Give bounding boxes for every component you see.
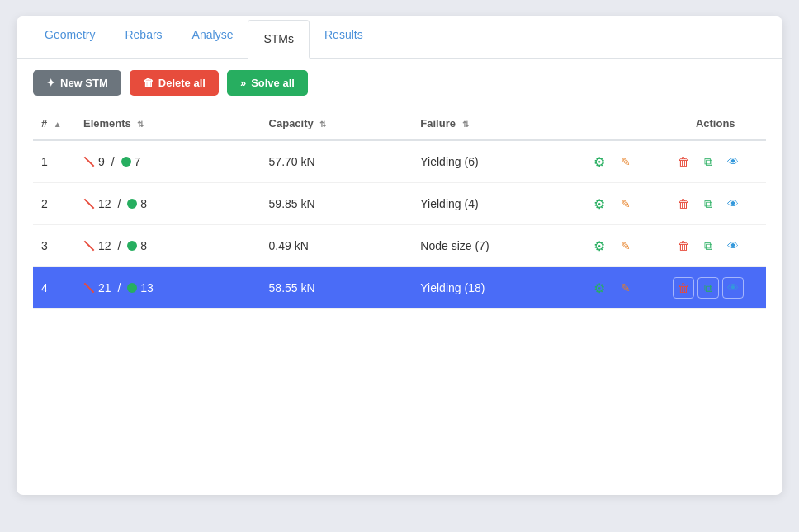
- tab-analyse[interactable]: Analyse: [177, 16, 248, 59]
- solve-all-button[interactable]: » Solve all: [227, 70, 308, 96]
- copy-row-button[interactable]: ⧉: [697, 193, 719, 214]
- new-stm-button[interactable]: ✦ New STM: [33, 70, 121, 96]
- col-header-capacity[interactable]: Capacity ⇅: [261, 107, 413, 140]
- edit-button[interactable]: ✎: [615, 277, 636, 299]
- row-failure: Node size (7): [412, 225, 580, 267]
- solve-icon: »: [240, 77, 246, 89]
- tab-geometry[interactable]: Geometry: [30, 16, 110, 59]
- col-header-elements[interactable]: Elements ⇅: [75, 107, 261, 140]
- row-actions: 🗑 ⧉ 👁: [664, 225, 766, 267]
- row-failure: Yielding (18): [412, 267, 580, 309]
- row-extra-icons: ⚙ ✎: [580, 183, 664, 225]
- row-elements: 21 / 13: [75, 267, 261, 309]
- configure-button[interactable]: ⚙: [589, 235, 610, 257]
- row-elements: 9 / 7: [75, 140, 261, 183]
- node-icon: [127, 241, 137, 251]
- edit-button[interactable]: ✎: [615, 235, 636, 257]
- col-header-extra: [580, 107, 664, 140]
- delete-row-button[interactable]: 🗑: [673, 151, 694, 172]
- strut-count: 9: [98, 155, 105, 168]
- row-actions: 🗑 ⧉ 👁: [664, 183, 766, 225]
- view-row-button[interactable]: 👁: [722, 235, 744, 257]
- view-row-button[interactable]: 👁: [722, 193, 744, 214]
- node-count: 7: [135, 155, 141, 168]
- view-row-button[interactable]: 👁: [722, 151, 744, 172]
- strut-icon: [83, 156, 95, 167]
- row-num: 1: [33, 140, 75, 183]
- delete-row-button[interactable]: 🗑: [673, 235, 694, 257]
- row-elements: 12 / 8: [75, 225, 261, 267]
- row-capacity: 58.55 kN: [261, 267, 413, 309]
- table-row-selected[interactable]: 4 21 / 13 58.55 kN Yielding (18): [33, 267, 766, 309]
- node-icon: [127, 199, 137, 209]
- node-count: 8: [140, 239, 147, 252]
- row-failure: Yielding (4): [412, 183, 580, 225]
- tab-bar: Geometry Rebars Analyse STMs Results: [17, 16, 782, 59]
- sort-num-icon: ▲: [54, 120, 62, 129]
- strut-icon: [83, 240, 95, 252]
- row-extra-icons: ⚙ ✎: [580, 267, 664, 309]
- strut-icon: [83, 282, 95, 294]
- copy-row-button[interactable]: ⧉: [697, 277, 719, 299]
- row-extra-icons: ⚙ ✎: [580, 140, 664, 183]
- strut-count: 12: [98, 197, 111, 210]
- row-elements: 12 / 8: [75, 183, 261, 225]
- row-extra-icons: ⚙ ✎: [580, 225, 664, 267]
- row-capacity: 0.49 kN: [261, 225, 413, 267]
- toolbar: ✦ New STM 🗑 Delete all » Solve all: [17, 59, 782, 107]
- configure-button[interactable]: ⚙: [589, 193, 610, 214]
- strut-count: 21: [98, 281, 111, 294]
- delete-all-button[interactable]: 🗑 Delete all: [130, 70, 219, 96]
- stm-table: # ▲ Elements ⇅ Capacity ⇅ Failure ⇅: [33, 107, 766, 309]
- col-header-actions: Actions: [664, 107, 766, 140]
- row-num: 4: [33, 267, 75, 309]
- new-stm-icon: ✦: [46, 77, 55, 89]
- edit-button[interactable]: ✎: [615, 151, 636, 172]
- node-icon: [121, 157, 131, 167]
- sort-elements-icon: ⇅: [137, 120, 144, 129]
- main-card: Geometry Rebars Analyse STMs Results ✦ N…: [17, 16, 782, 495]
- node-icon: [127, 283, 137, 293]
- delete-row-button[interactable]: 🗑: [673, 277, 694, 299]
- row-actions: 🗑 ⧉ 👁: [664, 267, 766, 309]
- row-actions: 🗑 ⧉ 👁: [664, 140, 766, 183]
- row-capacity: 57.70 kN: [261, 140, 413, 183]
- strut-icon: [83, 198, 95, 210]
- copy-row-button[interactable]: ⧉: [697, 235, 719, 257]
- view-row-button[interactable]: 👁: [722, 277, 744, 299]
- table-header-row: # ▲ Elements ⇅ Capacity ⇅ Failure ⇅: [33, 107, 766, 140]
- tab-stms[interactable]: STMs: [248, 20, 310, 59]
- strut-count: 12: [98, 239, 111, 252]
- tab-results[interactable]: Results: [310, 16, 378, 59]
- table-row[interactable]: 2 12 / 8 59.85 kN Yielding (4): [33, 183, 766, 225]
- node-count: 8: [140, 197, 147, 210]
- sort-failure-icon: ⇅: [462, 120, 469, 129]
- copy-row-button[interactable]: ⧉: [697, 151, 719, 172]
- trash-toolbar-icon: 🗑: [143, 77, 154, 89]
- col-header-num[interactable]: # ▲: [33, 107, 75, 140]
- table-row[interactable]: 3 12 / 8 0.49 kN Node size (7): [33, 225, 766, 267]
- delete-row-button[interactable]: 🗑: [673, 193, 694, 214]
- stm-table-wrapper: # ▲ Elements ⇅ Capacity ⇅ Failure ⇅: [17, 107, 782, 326]
- table-row[interactable]: 1 9 / 7 57.70 kN Yielding (6): [33, 140, 766, 183]
- edit-button[interactable]: ✎: [615, 193, 636, 214]
- configure-button[interactable]: ⚙: [589, 277, 610, 299]
- col-header-failure[interactable]: Failure ⇅: [412, 107, 580, 140]
- row-failure: Yielding (6): [412, 140, 580, 183]
- sort-capacity-icon: ⇅: [319, 120, 326, 129]
- tab-rebars[interactable]: Rebars: [110, 16, 177, 59]
- node-count: 13: [140, 281, 154, 294]
- row-num: 2: [33, 183, 75, 225]
- row-num: 3: [33, 225, 75, 267]
- configure-button[interactable]: ⚙: [589, 151, 610, 172]
- row-capacity: 59.85 kN: [261, 183, 413, 225]
